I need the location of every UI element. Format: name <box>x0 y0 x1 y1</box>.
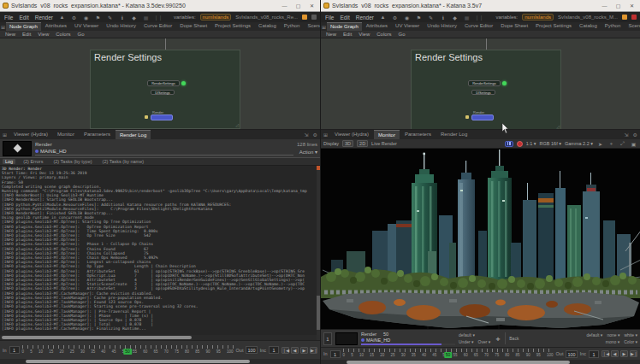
variables-dropdown[interactable]: numIslands <box>200 14 232 21</box>
nodegraph-menu-item[interactable]: View <box>38 32 49 37</box>
wand-icon[interactable]: ✎ <box>427 15 435 21</box>
view-dropdown[interactable]: default ▾ <box>459 332 490 338</box>
expand-icon[interactable]: ⤢ <box>619 141 626 147</box>
view-2d-button[interactable]: 2D <box>357 140 368 147</box>
arrow-up-icon[interactable]: ▲ <box>379 15 387 20</box>
tab[interactable]: Python <box>281 22 304 31</box>
view-3d-button[interactable]: 3D <box>342 140 353 147</box>
tab[interactable]: Catalog <box>576 22 601 31</box>
maximize-button[interactable]: ▢ <box>613 2 624 10</box>
stop-render-button[interactable] <box>517 141 523 147</box>
tab[interactable]: Attributes <box>42 22 70 31</box>
pane-menu-icon[interactable]: ⊞ <box>322 132 329 138</box>
log-filter[interactable]: (2) Tasks (by name) <box>100 159 147 164</box>
monitor-viewport[interactable] <box>321 149 640 329</box>
white-dropdown[interactable]: white ▾ <box>624 332 637 338</box>
gear-icon[interactable]: ⚙ <box>391 15 399 21</box>
tab[interactable]: Node Graph <box>6 22 41 31</box>
mono-dropdown[interactable]: mono ▾ <box>606 339 619 344</box>
tab-viewer-hydra[interactable]: Viewer (Hydra) <box>9 130 52 139</box>
tab-render-log[interactable]: Render Log <box>116 130 151 139</box>
zoom-level-dropdown[interactable]: 1:1 ▾ <box>526 141 536 146</box>
nodegraph-menu-item[interactable]: New <box>326 32 336 37</box>
render-queue-icon[interactable] <box>311 15 317 20</box>
node-graph[interactable]: Render Settings ◿ RenderSettings DlSetti… <box>321 38 640 130</box>
pane-menu-icon[interactable]: ⊞ <box>1 132 9 138</box>
node-dlsettings[interactable]: DlSettings <box>471 90 495 95</box>
tab[interactable]: Dope Sheet <box>176 22 210 31</box>
split-pane-icon[interactable]: ⇲ <box>303 132 311 138</box>
title-bar[interactable]: SvIslands_v08_rocks_expansion.katana* - … <box>0 0 320 12</box>
under-dropdown[interactable]: Under ▾ <box>459 339 474 344</box>
channel-dropdown[interactable]: RGB 16f ▾ <box>540 141 561 146</box>
frame-ruler[interactable]: 0510152025303540455055606570758085909510… <box>343 348 554 360</box>
tab[interactable]: Curve Editor <box>140 22 175 31</box>
scroll-thumb[interactable] <box>2 336 192 339</box>
tab-parameters[interactable]: Parameters <box>80 130 115 139</box>
tab[interactable]: Scene Gr <box>304 22 320 31</box>
tab[interactable]: Attributes <box>363 22 391 31</box>
viewed-led-icon[interactable] <box>181 81 186 85</box>
out-frame-field[interactable]: 100 <box>246 346 257 354</box>
menu-edit[interactable]: Edit <box>339 15 350 21</box>
tab[interactable]: Scene Gr <box>625 22 640 31</box>
nodegraph-menu-item[interactable]: New <box>5 32 15 37</box>
render-status-icon[interactable] <box>622 15 627 20</box>
nodegraph-menu-item[interactable]: Colors <box>56 32 70 37</box>
log-filter[interactable]: (2) Errors <box>21 159 45 164</box>
tab[interactable]: Undo History <box>424 22 460 31</box>
log-filter[interactable]: (2) Tasks (by type) <box>50 159 94 164</box>
close-button[interactable]: ✕ <box>306 2 317 10</box>
go-to-start-button[interactable]: ❘◀ <box>601 350 609 357</box>
action-dropdown[interactable]: Action ▾ <box>299 149 317 155</box>
node-rendersettings[interactable]: RenderSettings <box>468 80 501 86</box>
pause-render-button[interactable] <box>505 141 513 147</box>
magnifier-icon[interactable]: ◉ <box>403 15 411 21</box>
split-pane-icon[interactable]: ⇲ <box>623 132 631 138</box>
pointer-icon[interactable]: ➤ <box>596 141 604 147</box>
grid-icon[interactable]: ▦ <box>463 15 471 21</box>
playhead[interactable]: 50 <box>123 349 132 355</box>
tab-viewer-hydra[interactable]: Viewer (Hydra) <box>330 130 373 139</box>
node-render[interactable] <box>471 114 494 120</box>
step-back-button[interactable]: ◀ <box>611 350 619 357</box>
info-icon[interactable]: ℹ <box>439 15 447 21</box>
tab[interactable]: Catalog <box>255 22 280 31</box>
pane-menu-icon[interactable]: ⊞ <box>322 24 326 30</box>
magnifier-icon[interactable]: ◉ <box>82 15 90 21</box>
backdrop-resize-handle[interactable]: ◿ <box>556 124 560 129</box>
nodegraph-menu-item[interactable]: Go <box>399 32 406 37</box>
tab[interactable]: Python <box>601 22 625 31</box>
timeline-scrollbar[interactable] <box>321 360 640 364</box>
menu-file[interactable]: File <box>3 15 14 21</box>
beaker-icon[interactable]: ◆ <box>451 15 459 21</box>
log-filter[interactable]: Log <box>3 159 15 164</box>
pane-options-icon[interactable]: ⚙ <box>631 132 639 138</box>
tab-parameters[interactable]: Parameters <box>400 130 436 139</box>
scroll-thumb[interactable] <box>347 361 570 364</box>
tab[interactable]: Undo History <box>103 22 139 31</box>
scroll-thumb[interactable] <box>26 360 250 363</box>
pane-menu-icon[interactable]: ⊞ <box>1 24 5 30</box>
tab[interactable]: UV Viewer <box>392 22 423 31</box>
menu-file[interactable]: File <box>324 15 335 21</box>
flag-icon[interactable]: ⚑ <box>415 15 423 21</box>
nodegraph-menu-item[interactable]: Edit <box>22 32 31 37</box>
menu-render[interactable]: Render <box>34 15 54 21</box>
arrow-up-icon[interactable]: ▲ <box>58 15 66 20</box>
go-to-end-button[interactable]: ▶❘ <box>630 350 637 357</box>
info-icon[interactable]: ℹ <box>118 15 126 21</box>
live-render-label[interactable]: Live Render <box>371 141 397 146</box>
play-button[interactable]: ▶ <box>300 347 308 354</box>
in-frame-field[interactable]: 1 <box>9 346 20 354</box>
gamma-dropdown[interactable]: Gamma 2.2 ▾ <box>565 141 593 146</box>
catalog-slot[interactable]: 1 <box>323 332 332 345</box>
inc-field[interactable]: 1 <box>269 346 279 354</box>
color-dropdown[interactable]: Color ▾ <box>624 339 637 344</box>
crosshair-icon[interactable]: ⌖ <box>607 141 615 147</box>
flag-icon[interactable]: ⚑ <box>94 15 102 21</box>
render-log-output[interactable]: 3D Render: RenderStart Time: Fri Dec 13 … <box>0 166 317 335</box>
menu-render[interactable]: Render <box>355 15 375 21</box>
maximize-button[interactable]: ▢ <box>293 2 304 10</box>
render-active-icon[interactable] <box>631 15 637 20</box>
